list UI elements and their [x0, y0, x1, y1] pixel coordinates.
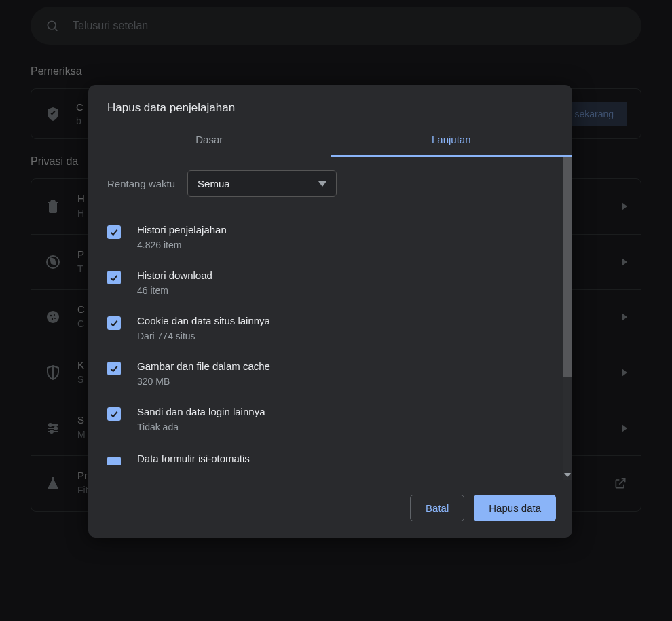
opt0-title: Histori penjelajahan	[137, 224, 227, 236]
opt3-sub: 320 MB	[137, 376, 270, 387]
opt5-title: Data formulir isi-otomatis	[137, 453, 250, 464]
time-range-value: Semua	[198, 178, 230, 189]
opt0-sub: 4.826 item	[137, 240, 227, 250]
checkbox-autofill[interactable]	[107, 457, 121, 465]
option-row[interactable]: Sandi dan data login lainnya Tidak ada	[107, 396, 555, 442]
scrollbar-down-icon[interactable]	[563, 470, 572, 480]
option-row[interactable]: Histori download 46 item	[107, 260, 555, 305]
opt4-sub: Tidak ada	[137, 421, 265, 432]
tab-advanced[interactable]: Lanjutan	[331, 126, 573, 157]
option-row[interactable]: Gambar dan file dalam cache 320 MB	[107, 351, 555, 396]
option-row-partial[interactable]: Data formulir isi-otomatis	[107, 442, 555, 465]
opt1-sub: 46 item	[137, 285, 212, 296]
checkbox-passwords[interactable]	[107, 407, 121, 421]
opt2-title: Cookie dan data situs lainnya	[137, 315, 270, 326]
opt2-sub: Dari 774 situs	[137, 331, 270, 341]
opt1-title: Histori download	[137, 269, 212, 281]
checkbox-cookies[interactable]	[107, 316, 121, 330]
opt3-title: Gambar dan file dalam cache	[137, 360, 270, 372]
clear-browsing-data-dialog: Hapus data penjelajahan Dasar Lanjutan R…	[88, 85, 572, 538]
tab-basic[interactable]: Dasar	[88, 126, 331, 157]
checkbox-download-history[interactable]	[107, 271, 121, 284]
clear-data-button[interactable]: Hapus data	[474, 495, 556, 521]
scrollbar-thumb[interactable]	[563, 157, 572, 377]
option-row[interactable]: Cookie dan data situs lainnya Dari 774 s…	[107, 305, 555, 351]
scrollbar-track[interactable]	[563, 157, 572, 480]
checkbox-cache[interactable]	[107, 362, 121, 375]
chevron-down-icon	[318, 181, 326, 187]
cancel-button[interactable]: Batal	[410, 495, 464, 521]
opt4-title: Sandi dan data login lainnya	[137, 406, 265, 417]
time-range-label: Rentang waktu	[107, 178, 175, 189]
checkbox-browsing-history[interactable]	[107, 225, 121, 239]
dialog-title: Hapus data penjelajahan	[88, 85, 572, 126]
option-row[interactable]: Histori penjelajahan 4.826 item	[107, 214, 555, 260]
time-range-select[interactable]: Semua	[187, 170, 337, 197]
